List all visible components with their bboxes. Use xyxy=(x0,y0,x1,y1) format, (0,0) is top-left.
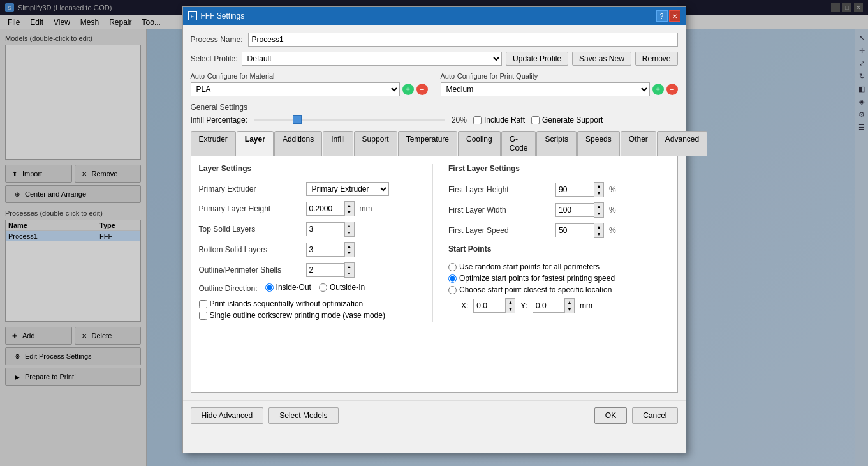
tabs-row: Extruder Layer Additions Infill Support … xyxy=(191,131,678,156)
primary-extruder-select[interactable]: Primary Extruder xyxy=(306,182,389,196)
first-layer-settings-title: First Layer Settings xyxy=(448,164,670,176)
add-material-button[interactable]: + xyxy=(402,84,414,95)
first-layer-speed-down[interactable]: ▼ xyxy=(594,230,603,237)
first-layer-width-up[interactable]: ▲ xyxy=(594,203,603,210)
primary-layer-height-down[interactable]: ▼ xyxy=(345,209,354,216)
bottom-solid-layers-spinners: ▲ ▼ xyxy=(344,242,355,257)
xy-row: X: ▲ ▼ Y: xyxy=(461,298,670,313)
first-layer-speed-input-container: ▲ ▼ xyxy=(555,223,604,238)
bottom-solid-layers-down[interactable]: ▼ xyxy=(345,250,354,257)
primary-layer-height-row: Primary Layer Height ▲ ▼ mm xyxy=(199,201,420,216)
infill-slider-thumb[interactable] xyxy=(293,115,302,124)
inside-out-radio[interactable] xyxy=(265,283,274,292)
bottom-solid-layers-input[interactable] xyxy=(306,243,344,257)
quality-select[interactable]: Medium xyxy=(441,82,650,96)
use-random-radio[interactable] xyxy=(448,263,457,271)
first-layer-width-input[interactable] xyxy=(555,203,594,217)
first-layer-width-down[interactable]: ▼ xyxy=(594,210,603,217)
y-down[interactable]: ▼ xyxy=(565,306,574,313)
single-outline-label: Single outline corkscrew printing mode (… xyxy=(199,311,420,320)
single-outline-checkbox[interactable] xyxy=(199,312,207,320)
outline-perimeter-shells-input[interactable] xyxy=(306,263,344,277)
tab-speeds[interactable]: Speeds xyxy=(577,131,620,156)
infill-label: Infill Percentage: xyxy=(191,116,247,124)
tab-other[interactable]: Other xyxy=(621,131,656,156)
x-input[interactable] xyxy=(473,299,505,313)
first-layer-height-down[interactable]: ▼ xyxy=(594,190,603,197)
modal-overlay: F FFF Settings ? ✕ Process Name: Select … xyxy=(0,0,868,466)
remove-material-button[interactable]: − xyxy=(416,84,428,95)
infill-row: Infill Percentage: 20% Include Raft Gene… xyxy=(191,116,678,124)
tab-cooling[interactable]: Cooling xyxy=(458,131,501,156)
generate-support-checkbox[interactable] xyxy=(531,116,540,124)
dialog-footer: Hide Advanced Select Models OK Cancel xyxy=(183,400,686,430)
tab-advanced[interactable]: Advanced xyxy=(657,131,707,156)
hide-advanced-button[interactable]: Hide Advanced xyxy=(191,407,264,424)
first-layer-speed-input[interactable] xyxy=(555,223,594,237)
layer-settings-title: Layer Settings xyxy=(199,164,420,176)
outline-direction-label: Outline Direction: xyxy=(199,284,258,293)
dialog-close-button[interactable]: ✕ xyxy=(669,10,680,22)
dialog-help-button[interactable]: ? xyxy=(656,10,668,22)
outline-perimeter-shells-spinners: ▲ ▼ xyxy=(344,262,355,278)
tab-gcode[interactable]: G-Code xyxy=(501,131,536,156)
choose-closest-radio[interactable] xyxy=(448,286,457,294)
optimize-radio[interactable] xyxy=(448,274,457,283)
outline-perimeter-shells-down[interactable]: ▼ xyxy=(345,270,354,277)
cancel-button[interactable]: Cancel xyxy=(632,407,677,424)
select-models-button[interactable]: Select Models xyxy=(268,407,338,424)
y-input[interactable] xyxy=(533,299,564,313)
material-select[interactable]: PLA xyxy=(191,82,400,96)
first-layer-width-input-container: ▲ ▼ xyxy=(555,202,604,218)
y-up[interactable]: ▲ xyxy=(565,299,574,306)
tab-content-layer: Layer Settings Primary Extruder Primary … xyxy=(191,156,678,393)
tab-support[interactable]: Support xyxy=(354,131,397,156)
tab-extruder[interactable]: Extruder xyxy=(191,131,236,156)
profile-select[interactable]: Default xyxy=(242,52,503,66)
first-layer-height-input[interactable] xyxy=(555,183,594,197)
process-name-input[interactable] xyxy=(248,33,678,47)
update-profile-button[interactable]: Update Profile xyxy=(506,52,568,66)
save-as-new-button[interactable]: Save as New xyxy=(572,52,631,66)
infill-slider-track xyxy=(254,119,445,121)
x-up[interactable]: ▲ xyxy=(506,299,515,306)
tab-scripts[interactable]: Scripts xyxy=(536,131,577,156)
x-label: X: xyxy=(461,301,468,310)
auto-material-row: PLA + − xyxy=(191,82,428,96)
tab-infill[interactable]: Infill xyxy=(323,131,353,156)
remove-quality-button[interactable]: − xyxy=(666,84,678,95)
top-solid-layers-up[interactable]: ▲ xyxy=(345,222,354,229)
first-layer-speed-label: First Layer Speed xyxy=(448,226,550,235)
remove-profile-button[interactable]: Remove xyxy=(635,52,678,66)
x-spinners: ▲ ▼ xyxy=(505,298,515,313)
outline-perimeter-shells-up[interactable]: ▲ xyxy=(345,263,354,270)
tab-layer[interactable]: Layer xyxy=(237,131,274,156)
profile-row: Select Profile: Default Update Profile S… xyxy=(191,52,678,66)
ok-button[interactable]: OK xyxy=(594,407,627,424)
outside-in-radio[interactable] xyxy=(319,283,327,292)
y-input-container: ▲ ▼ xyxy=(533,298,575,313)
primary-layer-height-unit: mm xyxy=(360,204,372,213)
first-layer-height-row: First Layer Height ▲ ▼ % xyxy=(448,182,670,197)
bottom-solid-layers-up[interactable]: ▲ xyxy=(345,243,354,250)
first-layer-speed-up[interactable]: ▲ xyxy=(594,223,603,230)
auto-material-col: Auto-Configure for Material PLA + − xyxy=(191,72,428,96)
outline-perimeter-shells-row: Outline/Perimeter Shells ▲ ▼ xyxy=(199,262,420,278)
bottom-solid-layers-row: Bottom Solid Layers ▲ ▼ xyxy=(199,242,420,257)
print-islands-checkbox[interactable] xyxy=(199,300,207,308)
auto-configure-section: Auto-Configure for Material PLA + − Auto… xyxy=(191,72,678,96)
top-solid-layers-input[interactable] xyxy=(306,222,344,236)
first-layer-height-spinners: ▲ ▼ xyxy=(594,182,604,197)
tab-temperature[interactable]: Temperature xyxy=(398,131,457,156)
primary-layer-height-up[interactable]: ▲ xyxy=(345,202,354,209)
tab-additions[interactable]: Additions xyxy=(274,131,322,156)
first-layer-height-up[interactable]: ▲ xyxy=(594,183,603,190)
top-solid-layers-down[interactable]: ▼ xyxy=(345,229,354,236)
primary-layer-height-input[interactable] xyxy=(306,202,344,216)
add-quality-button[interactable]: + xyxy=(652,84,664,95)
first-layer-settings-section: First Layer Settings First Layer Height … xyxy=(446,164,670,322)
print-islands-text: Print islands sequentially without optim… xyxy=(210,299,364,308)
include-raft-checkbox[interactable] xyxy=(473,116,482,124)
dialog-controls: ? ✕ xyxy=(656,10,680,22)
x-down[interactable]: ▼ xyxy=(506,306,515,313)
